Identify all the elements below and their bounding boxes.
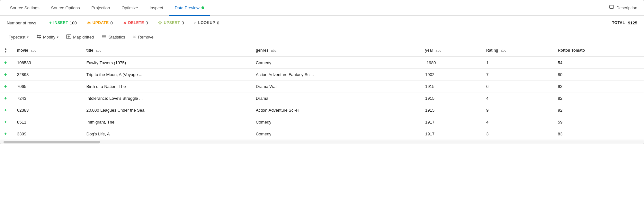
description-icon — [609, 5, 614, 11]
statistics-button[interactable]: Statistics — [98, 33, 128, 41]
upsert-value: 0 — [182, 21, 184, 25]
tab-data-preview[interactable]: Data Preview — [169, 0, 210, 16]
map-drifted-icon — [66, 34, 71, 40]
scrollbar-thumb[interactable] — [4, 141, 100, 143]
cell-movie: 3309 — [13, 128, 83, 140]
cell-year: 1917 — [421, 128, 482, 140]
upsert-icon: ✿ — [158, 20, 162, 25]
col-header-rotton-tomatoes[interactable]: Rotton Tomato — [554, 44, 644, 57]
cell-movie: 7243 — [13, 92, 83, 104]
row-insert-icon: + — [0, 128, 13, 140]
remove-button[interactable]: ✕ Remove — [130, 33, 157, 41]
cell-rotton-tomatoes: 54 — [554, 57, 644, 69]
data-table-wrapper: ▲ ▼ movie abc title abc genres abc — [0, 44, 644, 140]
cell-rating: 4 — [482, 116, 554, 128]
delete-label: DELETE — [128, 21, 144, 25]
tab-inspect[interactable]: Inspect — [144, 0, 169, 16]
modify-chevron-icon: ▾ — [57, 35, 58, 39]
tab-source-settings[interactable]: Source Settings — [4, 0, 45, 16]
cell-rotton-tomatoes: 82 — [554, 92, 644, 104]
total-label: TOTAL — [612, 21, 625, 25]
cell-genres: Action|Adventure|Fantasy|Sci... — [252, 69, 421, 81]
col-title-type: abc — [95, 48, 101, 52]
lookup-value: 0 — [217, 21, 219, 25]
cell-year: 1902 — [421, 69, 482, 81]
remove-label: Remove — [138, 35, 153, 39]
tab-optimize[interactable]: Optimize — [116, 0, 144, 16]
row-insert-icon: + — [0, 81, 13, 92]
col-rotton-label: Rotton Tomato — [558, 48, 585, 53]
col-rating-type: abc — [501, 48, 506, 52]
cell-genres: Comedy — [252, 57, 421, 69]
typecast-label: Typecast — [9, 35, 25, 39]
col-header-year[interactable]: year abc — [421, 44, 482, 57]
row-insert-icon: + — [0, 57, 13, 69]
insert-label: INSERT — [53, 21, 68, 25]
col-header-rating[interactable]: Rating abc — [482, 44, 554, 57]
global-sort-icon[interactable]: ▲ ▼ — [4, 47, 7, 53]
cell-rating: 3 — [482, 128, 554, 140]
cell-title: Dog's Life, A — [83, 128, 252, 140]
col-year-label: year — [425, 48, 433, 53]
toolbar: Typecast ▾ Modify ▾ Map drifted — [0, 30, 644, 44]
update-label: UPDATE — [93, 21, 109, 25]
table-row: +7065Birth of a Nation, TheDrama|War1915… — [0, 81, 644, 92]
cell-title: Birth of a Nation, The — [83, 81, 252, 92]
statistics-icon — [102, 34, 107, 40]
table-body: +108583Fawlty Towers (1975)Comedy-198015… — [0, 57, 644, 140]
cell-genres: Drama|War — [252, 81, 421, 92]
cell-rating: 1 — [482, 57, 554, 69]
typecast-button[interactable]: Typecast ▾ — [5, 33, 32, 41]
horizontal-scrollbar[interactable] — [0, 140, 644, 144]
map-drifted-button[interactable]: Map drifted — [63, 33, 97, 41]
remove-icon: ✕ — [133, 35, 136, 39]
insert-stat: + INSERT 100 — [49, 20, 77, 25]
statistics-label: Statistics — [108, 35, 125, 39]
tab-source-options[interactable]: Source Options — [45, 0, 86, 16]
tab-projection[interactable]: Projection — [85, 0, 116, 16]
cell-movie: 108583 — [13, 57, 83, 69]
cell-movie: 8511 — [13, 116, 83, 128]
cell-rating: 7 — [482, 69, 554, 81]
cell-year: 1915 — [421, 104, 482, 116]
svg-rect-0 — [609, 5, 613, 9]
upsert-stat: ✿ UPSERT 0 — [158, 20, 184, 25]
lookup-stat: ⌕ LOOKUP 0 — [194, 21, 219, 25]
col-header-movie[interactable]: movie abc — [13, 44, 83, 57]
insert-value: 100 — [70, 21, 77, 25]
delete-icon: ✕ — [123, 21, 127, 25]
cell-genres: Comedy — [252, 116, 421, 128]
cell-year: 1915 — [421, 81, 482, 92]
cell-rotton-tomatoes: 80 — [554, 69, 644, 81]
stats-row: Number of rows + INSERT 100 ✱ UPDATE 0 ✕… — [0, 16, 644, 30]
row-insert-icon: + — [0, 69, 13, 81]
cell-year: 1915 — [421, 92, 482, 104]
col-header-genres[interactable]: genres abc — [252, 44, 421, 57]
modify-label: Modify — [43, 35, 55, 39]
cell-title: Trip to the Moon, A (Voyage ... — [83, 69, 252, 81]
col-genres-label: genres — [256, 48, 268, 53]
cell-title: Immigrant, The — [83, 116, 252, 128]
table-row: +32898Trip to the Moon, A (Voyage ...Act… — [0, 69, 644, 81]
total-stat: TOTAL 9125 — [612, 21, 637, 25]
description-button[interactable]: Description — [607, 0, 640, 15]
modify-button[interactable]: Modify ▾ — [33, 33, 62, 41]
col-year-type: abc — [435, 48, 441, 52]
table-header-row: ▲ ▼ movie abc title abc genres abc — [0, 44, 644, 57]
description-label: Description — [616, 5, 637, 10]
delete-stat: ✕ DELETE 0 — [123, 21, 148, 25]
cell-rating: 4 — [482, 92, 554, 104]
top-nav: Source Settings Source Options Projectio… — [0, 0, 644, 16]
cell-rotton-tomatoes: 92 — [554, 104, 644, 116]
cell-movie: 62383 — [13, 104, 83, 116]
table-row: +108583Fawlty Towers (1975)Comedy-198015… — [0, 57, 644, 69]
row-insert-icon: + — [0, 116, 13, 128]
data-table: ▲ ▼ movie abc title abc genres abc — [0, 44, 644, 140]
row-insert-icon: + — [0, 104, 13, 116]
col-header-sort[interactable]: ▲ ▼ — [0, 44, 13, 57]
col-rating-label: Rating — [486, 48, 498, 53]
table-row: +3309Dog's Life, AComedy1917383 — [0, 128, 644, 140]
map-drifted-label: Map drifted — [73, 35, 94, 39]
cell-movie: 32898 — [13, 69, 83, 81]
col-header-title[interactable]: title abc — [83, 44, 252, 57]
